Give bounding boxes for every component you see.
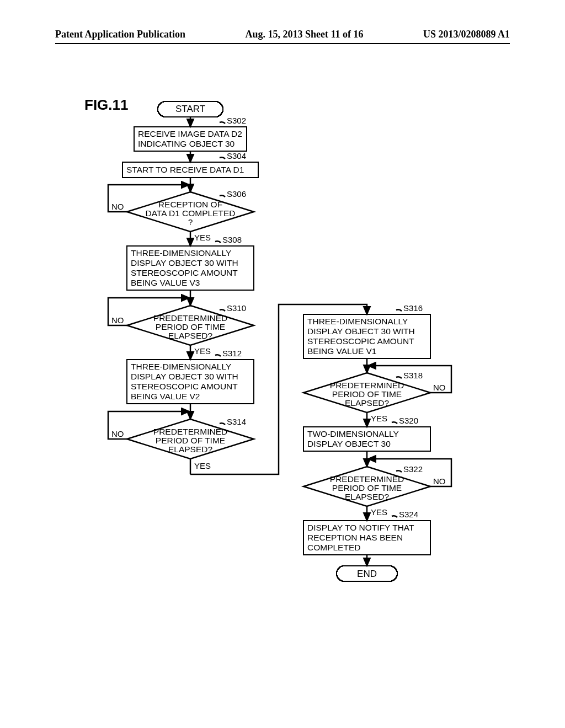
branch-no: NO bbox=[111, 315, 124, 325]
leader bbox=[220, 122, 225, 124]
s316-l1: THREE-DIMENSIONALLY bbox=[307, 317, 408, 326]
s322-ref: S322 bbox=[403, 464, 423, 474]
s322-l3: ELAPSED? bbox=[345, 492, 390, 501]
s324-l2: RECEPTION HAS BEEN bbox=[307, 533, 403, 542]
s320-ref: S320 bbox=[399, 416, 418, 425]
leader bbox=[396, 309, 402, 311]
s308-l1: THREE-DIMENSIONALLY bbox=[131, 248, 231, 258]
branch-no: NO bbox=[111, 202, 124, 211]
s306-ref: S306 bbox=[227, 189, 246, 199]
branch-no: NO bbox=[433, 383, 446, 392]
s308-l4: BEING VALUE V3 bbox=[131, 278, 200, 287]
s324-l1: DISPLAY TO NOTIFY THAT bbox=[307, 523, 414, 532]
s324-ref: S324 bbox=[399, 510, 418, 519]
s312-l2: DISPLAY OBJECT 30 WITH bbox=[131, 372, 238, 381]
leader bbox=[396, 377, 402, 378]
s324-l3: COMPLETED bbox=[307, 543, 360, 552]
leader bbox=[220, 195, 225, 197]
s318-ref: S318 bbox=[403, 371, 423, 380]
branch-yes: YES bbox=[371, 414, 387, 423]
leader bbox=[392, 422, 397, 424]
s322-l2: PERIOD OF TIME bbox=[332, 483, 402, 493]
s304-line1: START TO RECEIVE DATA D1 bbox=[126, 165, 244, 174]
s318-l2: PERIOD OF TIME bbox=[332, 389, 402, 399]
s316-l3: STEREOSCOPIC AMOUNT bbox=[307, 336, 414, 346]
s316-ref: S316 bbox=[403, 303, 423, 313]
s306-l2: DATA D1 COMPLETED bbox=[145, 208, 235, 218]
branch-yes: YES bbox=[371, 507, 387, 517]
s322-l1: PREDETERMINED bbox=[330, 474, 404, 484]
s314-ref: S314 bbox=[227, 417, 246, 426]
s308-l3: STEREOSCOPIC AMOUNT bbox=[131, 268, 238, 277]
s304-ref: S304 bbox=[227, 151, 246, 160]
s312-l4: BEING VALUE V2 bbox=[131, 392, 200, 401]
header-rule bbox=[55, 43, 510, 44]
s308-l2: DISPLAY OBJECT 30 WITH bbox=[131, 258, 238, 267]
terminator-end-label: END bbox=[357, 569, 377, 579]
leader bbox=[220, 423, 225, 425]
s310-l2: PERIOD OF TIME bbox=[156, 322, 225, 331]
s314-l3: ELAPSED? bbox=[168, 445, 213, 454]
leader bbox=[220, 309, 225, 311]
leader bbox=[396, 470, 402, 472]
header-mid: Aug. 15, 2013 Sheet 11 of 16 bbox=[245, 29, 363, 40]
branch-yes: YES bbox=[194, 346, 211, 356]
s318-l3: ELAPSED? bbox=[345, 398, 390, 408]
leader bbox=[392, 516, 397, 517]
s306-l3: ? bbox=[188, 217, 193, 227]
terminator-start-label: START bbox=[175, 104, 205, 114]
s320-l1: TWO-DIMENSIONALLY bbox=[307, 429, 399, 438]
branch-no: NO bbox=[111, 429, 124, 438]
s302-line2: INDICATING OBJECT 30 bbox=[138, 139, 235, 148]
branch-yes: YES bbox=[194, 233, 211, 242]
s320-l2: DISPLAY OBJECT 30 bbox=[307, 439, 391, 448]
branch-no: NO bbox=[433, 477, 446, 486]
s316-l4: BEING VALUE V1 bbox=[307, 346, 376, 356]
s310-ref: S310 bbox=[227, 303, 246, 313]
s314-l2: PERIOD OF TIME bbox=[156, 436, 225, 445]
header-right: US 2013/0208089 A1 bbox=[423, 29, 510, 40]
s310-l1: PREDETERMINED bbox=[153, 313, 227, 323]
s312-l1: THREE-DIMENSIONALLY bbox=[131, 362, 231, 371]
leader bbox=[215, 355, 221, 356]
s302-line1: RECEIVE IMAGE DATA D2 bbox=[138, 129, 242, 138]
leader bbox=[215, 241, 221, 243]
leader bbox=[220, 157, 225, 159]
s312-ref: S312 bbox=[222, 349, 242, 358]
s312-l3: STEREOSCOPIC AMOUNT bbox=[131, 382, 238, 391]
s306-l1: RECEPTION OF bbox=[158, 200, 222, 209]
s310-l3: ELAPSED? bbox=[168, 331, 213, 340]
s314-l1: PREDETERMINED bbox=[153, 427, 227, 436]
s318-l1: PREDETERMINED bbox=[330, 381, 404, 390]
branch-yes: YES bbox=[194, 461, 211, 470]
s302-ref: S302 bbox=[227, 116, 246, 125]
s316-l2: DISPLAY OBJECT 30 WITH bbox=[307, 326, 415, 336]
s308-ref: S308 bbox=[222, 235, 242, 244]
flowchart: START RECEIVE IMAGE DATA D2 INDICATING O… bbox=[72, 94, 491, 695]
header-left: Patent Application Publication bbox=[55, 29, 185, 40]
